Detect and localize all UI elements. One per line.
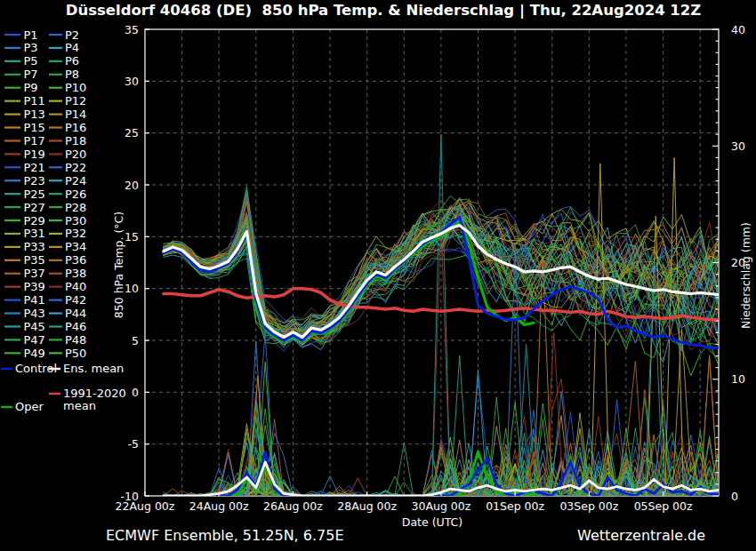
right-axis-tick-label: 30 <box>731 140 745 153</box>
right-axis-tick-label: 10 <box>731 372 745 386</box>
legend-member-label: P33 <box>24 240 45 253</box>
left-axis-tick-label: -5 <box>128 437 139 451</box>
legend-member-label: P12 <box>65 94 86 108</box>
climate-mean-legend-label-line2: mean <box>63 399 96 412</box>
legend-member-label: P35 <box>24 253 45 267</box>
left-axis-tick-label: 25 <box>125 126 139 140</box>
left-axis-tick-label: 5 <box>132 334 139 347</box>
legend-member-label: P24 <box>65 174 86 188</box>
legend-member-label: P44 <box>65 307 86 320</box>
left-axis-title: 850 hPa Temp. (°C) <box>112 212 125 318</box>
legend-member-label: P31 <box>24 227 45 240</box>
legend-member-label: P9 <box>24 81 38 94</box>
meteogram-chart: -10-50510152025303501020304022Aug 00z24A… <box>0 0 756 551</box>
ens-mean-legend-label: Ens. mean <box>63 362 124 375</box>
legend-member-label: P10 <box>65 81 86 94</box>
legend-member-label: P18 <box>65 134 86 148</box>
x-axis-tick-label: 26Aug 00z <box>263 499 323 513</box>
legend-member-label: P13 <box>24 108 45 121</box>
x-axis-tick-label: 05Sep 00z <box>634 499 693 513</box>
legend-member-label: P17 <box>24 134 45 148</box>
legend-member-label: P38 <box>65 267 86 280</box>
legend-member-label: P46 <box>65 320 86 333</box>
legend-member-label: P48 <box>65 333 86 347</box>
right-axis-tick-label: 0 <box>731 490 738 503</box>
legend-member-label: P6 <box>65 54 79 68</box>
legend-member-label: P19 <box>24 148 45 161</box>
legend-member-label: P27 <box>24 201 45 214</box>
legend-member-label: P21 <box>24 161 45 174</box>
left-axis-tick-label: 0 <box>132 386 139 399</box>
left-axis-tick-label: 10 <box>125 282 139 295</box>
left-axis-tick-label: 30 <box>125 75 139 88</box>
legend-member-label: P36 <box>65 253 86 267</box>
meteogram-page: -10-50510152025303501020304022Aug 00z24A… <box>0 0 756 551</box>
legend-member-label: P30 <box>65 214 86 228</box>
left-axis-tick-label: 15 <box>125 230 139 244</box>
oper-legend-label: Oper <box>15 400 44 413</box>
legend-member-label: P1 <box>24 28 38 42</box>
footer-site-name: Wetterzentrale.de <box>577 527 705 544</box>
legend-member-label: P3 <box>24 41 38 54</box>
legend-member-label: P40 <box>65 280 86 293</box>
legend-member-label: P43 <box>24 307 45 320</box>
x-axis-tick-label: 22Aug 00z <box>116 499 175 513</box>
legend-member-label: P45 <box>24 320 45 333</box>
legend-member-label: P49 <box>24 347 45 360</box>
x-axis-tick-label: 28Aug 00z <box>337 499 397 513</box>
legend-member-label: P41 <box>24 293 45 307</box>
right-axis-tick-label: 40 <box>731 23 745 36</box>
legend-member-label: P26 <box>65 188 86 201</box>
legend-member-label: P34 <box>65 240 86 253</box>
legend-member-label: P25 <box>24 188 45 201</box>
ensemble-member-legend: P1P2P3P4P5P6P7P8P9P10P11P12P13P14P15P16P… <box>4 28 86 360</box>
climate-mean-legend-label-line1: 1991-2020 <box>63 387 126 400</box>
left-axis-tick-label: 20 <box>125 179 139 192</box>
legend-member-label: P20 <box>65 148 86 161</box>
chart-title: Düsseldorf 40468 (DE) 850 hPa Temp. & Ni… <box>66 2 702 20</box>
footer-model-info: ECMWF Ensemble, 51.25N, 6.75E <box>106 527 344 544</box>
notable-precip-spike <box>591 164 609 496</box>
legend-member-label: P16 <box>65 121 86 134</box>
x-axis-tick-label: 30Aug 00z <box>412 499 471 513</box>
x-axis-title: Date (UTC) <box>402 515 462 529</box>
legend-member-label: P15 <box>24 121 45 134</box>
legend-member-label: P8 <box>65 68 79 81</box>
legend-member-label: P32 <box>65 227 86 240</box>
legend-member-label: P39 <box>24 280 45 293</box>
legend-member-label: P5 <box>24 54 38 68</box>
legend-member-label: P28 <box>65 201 86 214</box>
legend-member-label: P37 <box>24 267 45 280</box>
x-axis-tick-label: 24Aug 00z <box>189 499 249 513</box>
x-axis-tick-label: 03Sep 00z <box>559 499 618 513</box>
legend-member-label: P4 <box>65 41 79 54</box>
right-axis-title: Niederschlag (mm) <box>739 222 752 329</box>
legend-member-label: P14 <box>65 108 86 121</box>
legend-member-label: P11 <box>24 94 45 108</box>
legend-member-label: P2 <box>65 28 79 42</box>
x-axis-tick-label: 01Sep 00z <box>486 499 544 513</box>
legend-member-label: P29 <box>24 214 45 228</box>
legend-member-label: P7 <box>24 68 38 81</box>
legend-member-label: P22 <box>65 161 86 174</box>
legend-member-label: P42 <box>65 293 86 307</box>
legend-member-label: P47 <box>24 333 45 347</box>
legend-member-label: P50 <box>65 347 86 360</box>
legend-member-label: P23 <box>24 174 45 188</box>
left-axis-tick-label: 35 <box>125 23 139 36</box>
